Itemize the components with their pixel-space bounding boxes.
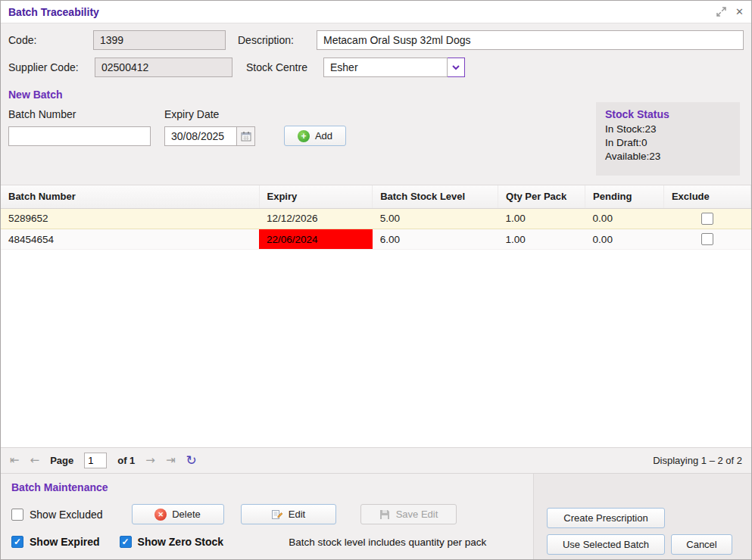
page-number-input[interactable] (84, 453, 107, 468)
exclude-checkbox[interactable] (701, 233, 713, 245)
batch-maintenance-panel: Batch Maintenance Show Excluded Delete (1, 473, 751, 559)
restore-icon[interactable] (716, 7, 726, 17)
new-batch-panel: New Batch Batch Number Expiry Date (1, 84, 751, 185)
stock-status-panel: Stock Status In Stock:23 In Draft:0 Avai… (596, 102, 740, 176)
show-excluded-label: Show Excluded (30, 509, 103, 521)
table-row[interactable]: 4845465422/06/20246.001.000.00 (1, 229, 751, 249)
stock-centre-input[interactable] (323, 58, 448, 77)
calendar-icon (241, 131, 251, 142)
column-header[interactable]: Batch Number (1, 185, 259, 208)
column-header[interactable]: Batch Stock Level (373, 185, 498, 208)
column-header[interactable]: Qty Per Pack (498, 185, 585, 208)
edit-pencil-icon (271, 509, 283, 521)
cell-expiry: 22/06/2024 (259, 229, 373, 249)
next-page-button[interactable]: → (145, 455, 155, 466)
batch-number-input[interactable] (8, 126, 151, 146)
available-value: Available:23 (605, 151, 731, 162)
titlebar: Batch Traceability ✕ (1, 1, 751, 23)
add-plus-icon (298, 130, 310, 142)
batch-grid: Batch NumberExpiryBatch Stock LevelQty P… (1, 185, 751, 447)
chevron-down-icon (451, 63, 460, 72)
cell-exclude (663, 229, 750, 249)
expiry-date-label: Expiry Date (164, 108, 255, 120)
exclude-checkbox[interactable] (701, 213, 713, 225)
cancel-button-label: Cancel (686, 539, 716, 550)
table-header-row: Batch NumberExpiryBatch Stock LevelQty P… (1, 185, 751, 208)
column-header[interactable]: Expiry (259, 185, 373, 208)
in-stock-value: In Stock:23 (605, 123, 731, 135)
cell-pending: 0.00 (585, 208, 664, 229)
supplier-code-label: Supplier Code: (8, 61, 95, 73)
show-expired-checkbox[interactable] (11, 536, 23, 548)
cell-qty-per-pack: 1.00 (498, 229, 585, 249)
table-row[interactable]: 528965212/12/20265.001.000.00 (1, 208, 751, 229)
in-draft-value: In Draft:0 (605, 137, 731, 148)
cell-stock-level: 6.00 (373, 229, 498, 249)
prev-page-button[interactable]: ← (30, 455, 40, 466)
window-title: Batch Traceability (8, 6, 99, 18)
use-selected-batch-label: Use Selected Batch (563, 539, 649, 550)
code-label: Code: (8, 34, 93, 46)
show-excluded-checkbox-group[interactable]: Show Excluded (11, 509, 103, 521)
edit-button[interactable]: Edit (241, 504, 336, 524)
cell-stock-level: 5.00 (373, 208, 498, 229)
page-of-label: of 1 (117, 455, 135, 466)
cancel-button[interactable]: Cancel (671, 534, 732, 555)
show-excluded-checkbox[interactable] (11, 509, 23, 521)
last-page-button[interactable]: ⇥ (166, 455, 176, 466)
save-edit-button-label: Save Edit (396, 509, 438, 520)
supplier-code-input[interactable] (95, 58, 232, 77)
use-selected-batch-button[interactable]: Use Selected Batch (547, 534, 665, 555)
delete-button[interactable]: Delete (132, 504, 224, 524)
create-prescription-label: Create Prescription (563, 512, 647, 524)
batch-maintenance-heading: Batch Maintenance (11, 481, 534, 493)
stock-status-heading: Stock Status (605, 108, 731, 120)
delete-x-icon (154, 509, 167, 521)
cell-exclude (663, 208, 750, 229)
save-disk-icon (379, 509, 391, 521)
batch-traceability-window: Batch Traceability ✕ Code: Description: … (0, 0, 752, 560)
stock-centre-label: Stock Centre (246, 61, 323, 73)
displaying-status: Displaying 1 – 2 of 2 (653, 455, 742, 466)
refresh-button[interactable]: ↻ (186, 454, 197, 467)
create-prescription-button[interactable]: Create Prescription (547, 508, 665, 528)
first-page-button[interactable]: ⇤ (10, 455, 20, 466)
code-input[interactable] (93, 30, 226, 50)
column-header[interactable]: Exclude (663, 185, 750, 208)
cell-batch-number: 48454654 (1, 229, 259, 249)
cell-qty-per-pack: 1.00 (498, 208, 585, 229)
stock-centre-dropdown-button[interactable] (448, 58, 465, 77)
delete-button-label: Delete (172, 509, 201, 520)
cell-expiry: 12/12/2026 (259, 208, 373, 229)
show-zero-stock-checkbox[interactable] (120, 536, 132, 548)
add-button[interactable]: Add (284, 126, 346, 146)
batch-table-body: 528965212/12/20265.001.000.004845465422/… (1, 208, 751, 250)
paging-toolbar: ⇤ ← Page of 1 → ⇥ ↻ Displaying 1 – 2 of … (1, 447, 751, 473)
show-zero-stock-label: Show Zero Stock (138, 536, 224, 548)
stock-centre-select[interactable] (323, 58, 465, 77)
edit-button-label: Edit (289, 509, 305, 520)
close-icon[interactable]: ✕ (735, 7, 744, 17)
stock-level-note: Batch stock level includes quantity per … (289, 537, 486, 548)
action-panel: Create Prescription Use Selected Batch C… (533, 474, 751, 559)
save-edit-button[interactable]: Save Edit (360, 504, 457, 524)
show-zero-stock-checkbox-group[interactable]: Show Zero Stock (120, 536, 224, 548)
show-expired-label: Show Expired (30, 536, 100, 548)
header-form: Code: Description: Supplier Code: Stock … (1, 23, 751, 84)
cell-batch-number: 5289652 (1, 208, 259, 229)
show-expired-checkbox-group[interactable]: Show Expired (11, 536, 100, 548)
column-header[interactable]: Pending (585, 185, 664, 208)
new-batch-heading: New Batch (8, 89, 744, 101)
page-label: Page (50, 455, 73, 466)
expiry-date-input[interactable] (164, 126, 237, 146)
batch-table: Batch NumberExpiryBatch Stock LevelQty P… (1, 185, 751, 250)
description-input[interactable] (317, 30, 744, 50)
add-button-label: Add (315, 130, 332, 142)
batch-number-label: Batch Number (8, 108, 151, 120)
cell-pending: 0.00 (585, 229, 664, 249)
description-label: Description: (238, 34, 317, 46)
calendar-button[interactable] (237, 126, 255, 146)
